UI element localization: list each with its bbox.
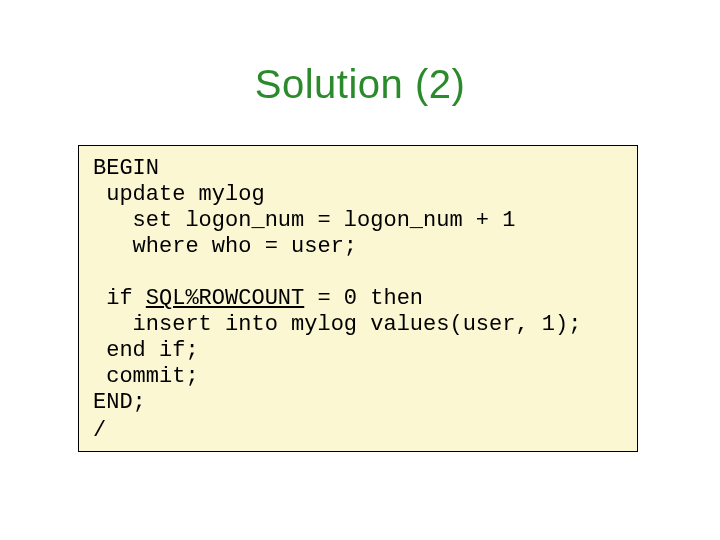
slide: Solution (2) BEGIN update mylog set logo… <box>0 0 720 540</box>
code-line-9: commit; <box>93 364 199 389</box>
code-line-6-pre: if <box>93 286 146 311</box>
code-line-10: END; <box>93 390 146 415</box>
code-block: BEGIN update mylog set logon_num = logon… <box>93 156 623 416</box>
code-line-2: update mylog <box>93 182 265 207</box>
code-line-8: end if; <box>93 338 199 363</box>
code-line-7: insert into mylog values(user, 1); <box>93 312 581 337</box>
code-line-1: BEGIN <box>93 156 159 181</box>
code-line-3: set logon_num = logon_num + 1 <box>93 208 515 233</box>
code-keyword-rowcount: SQL%ROWCOUNT <box>146 286 304 311</box>
code-line-6-post: = 0 then <box>304 286 423 311</box>
code-box: BEGIN update mylog set logon_num = logon… <box>78 145 638 452</box>
code-line-4: where who = user; <box>93 234 357 259</box>
slide-title: Solution (2) <box>0 62 720 107</box>
code-slash: / <box>93 418 623 443</box>
